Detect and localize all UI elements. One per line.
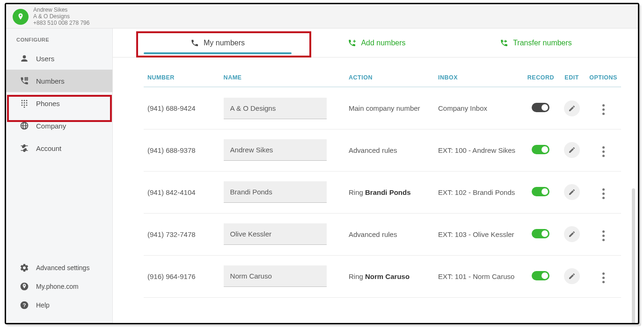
svg-point-8 <box>26 105 28 106</box>
svg-point-6 <box>22 105 23 106</box>
tab-underline <box>144 52 292 54</box>
cell-number: (941) 842-4104 <box>144 171 220 213</box>
scrollbar[interactable] <box>632 188 635 323</box>
sidebar-item-my-phone-com[interactable]: My.phone.com <box>6 277 112 296</box>
cell-options <box>585 213 621 255</box>
sidebar-item-users[interactable]: Users <box>6 47 112 70</box>
sidebar-item-phones[interactable]: Phones <box>6 92 112 114</box>
options-button[interactable] <box>596 144 610 158</box>
th-edit: EDIT <box>558 69 585 87</box>
options-button[interactable] <box>596 229 610 243</box>
sidebar-item-help[interactable]: ? Help <box>6 296 112 315</box>
th-name: NAME <box>220 69 345 87</box>
cell-name <box>220 255 345 297</box>
sidebar-item-label: Users <box>36 55 54 63</box>
sidebar-item-advanced-settings[interactable]: Advanced settings <box>6 258 112 277</box>
phone-plus-icon <box>348 39 356 47</box>
options-button[interactable] <box>596 102 610 116</box>
name-input[interactable] <box>224 223 327 245</box>
cell-name <box>220 87 345 129</box>
inbox-text: EXT: 100 - Andrew Sikes <box>438 146 515 154</box>
action-prefix: Ring <box>349 272 365 280</box>
record-toggle[interactable] <box>532 145 549 154</box>
th-number: NUMBER <box>144 69 220 87</box>
tab-my-numbers[interactable]: My numbers <box>138 29 297 57</box>
pencil-icon <box>568 188 576 196</box>
sidebar-item-account[interactable]: Account <box>6 137 112 159</box>
sidebar-bottom: Advanced settings My.phone.com ? Help <box>6 258 112 323</box>
cell-options <box>585 87 621 129</box>
brand-logo[interactable] <box>13 9 29 25</box>
dialpad-icon <box>19 99 29 108</box>
record-toggle[interactable] <box>532 271 549 280</box>
table-header-row: NUMBER NAME ACTION INBOX RECORD EDIT OPT… <box>144 69 621 87</box>
edit-button[interactable] <box>564 226 580 242</box>
record-toggle[interactable] <box>532 187 549 196</box>
pencil-icon <box>568 146 576 154</box>
numbers-table: NUMBER NAME ACTION INBOX RECORD EDIT OPT… <box>144 69 621 298</box>
action-prefix: Advanced rules <box>349 146 397 154</box>
edit-button[interactable] <box>564 100 580 116</box>
header-company-name: A & O Designs <box>33 14 89 20</box>
table-row: (916) 964-9176 Ring Norm Caruso EXT: 101… <box>144 255 621 297</box>
svg-point-4 <box>24 102 25 104</box>
cell-number: (941) 732-7478 <box>144 213 220 255</box>
th-record: RECORD <box>524 69 558 87</box>
sidebar: CONFIGURE Users Numbers <box>6 29 113 323</box>
cell-edit <box>558 129 585 171</box>
cell-action: Main company number <box>345 87 434 129</box>
sidebar-item-label: Advanced settings <box>36 264 89 272</box>
edit-button[interactable] <box>564 142 580 158</box>
tabs: My numbers Add numbers Transfer numbers <box>113 29 638 57</box>
globe-icon <box>19 121 29 130</box>
inbox-text: Company Inbox <box>438 104 487 112</box>
name-input[interactable] <box>224 181 327 203</box>
svg-point-3 <box>22 102 23 104</box>
cell-action: Advanced rules <box>345 213 434 255</box>
svg-point-0 <box>22 100 23 101</box>
th-action: ACTION <box>345 69 434 87</box>
name-input[interactable] <box>224 98 327 119</box>
number-text: (941) 688-9424 <box>147 104 196 112</box>
phone-arrow-icon <box>500 39 508 47</box>
tab-label: Transfer numbers <box>513 39 572 47</box>
sidebar-item-numbers[interactable]: Numbers <box>6 70 112 92</box>
name-input[interactable] <box>224 265 327 287</box>
svg-point-1 <box>24 100 25 101</box>
cell-inbox: EXT: 102 - Brandi Ponds <box>434 171 524 213</box>
cell-edit <box>558 213 585 255</box>
sidebar-item-label: Company <box>36 122 66 130</box>
svg-point-9 <box>24 107 25 108</box>
cell-action: Advanced rules <box>345 129 434 171</box>
options-button[interactable] <box>596 271 610 285</box>
sliders-icon <box>19 143 29 153</box>
tab-add-numbers[interactable]: Add numbers <box>297 29 456 57</box>
cell-name <box>220 213 345 255</box>
number-text: (916) 964-9176 <box>147 272 196 280</box>
record-toggle[interactable] <box>532 229 549 238</box>
action-bold: Brandi Ponds <box>365 188 411 196</box>
sidebar-item-company[interactable]: Company <box>6 114 112 137</box>
edit-button[interactable] <box>564 184 580 200</box>
inbox-text: EXT: 101 - Norm Caruso <box>438 272 514 280</box>
cell-edit <box>558 87 585 129</box>
phone-hash-icon <box>19 76 29 86</box>
sidebar-nav: Users Numbers Phones <box>6 47 112 159</box>
tab-transfer-numbers[interactable]: Transfer numbers <box>456 29 615 57</box>
action-prefix: Main company number <box>349 104 420 112</box>
phone-icon <box>190 39 199 47</box>
sidebar-item-label: Help <box>36 301 50 309</box>
pin-icon <box>16 13 25 21</box>
name-input[interactable] <box>224 139 327 161</box>
record-toggle[interactable] <box>532 103 549 112</box>
cell-number: (941) 688-9378 <box>144 129 220 171</box>
table-row: (941) 732-7478 Advanced rules EXT: 103 -… <box>144 213 621 255</box>
action-bold: Norm Caruso <box>365 272 410 280</box>
pencil-icon <box>568 105 576 112</box>
number-text: (941) 732-7478 <box>147 230 196 238</box>
pencil-icon <box>568 230 576 238</box>
svg-point-5 <box>26 102 28 104</box>
options-button[interactable] <box>596 186 610 200</box>
edit-button[interactable] <box>564 268 580 284</box>
cell-number: (916) 964-9176 <box>144 255 220 297</box>
